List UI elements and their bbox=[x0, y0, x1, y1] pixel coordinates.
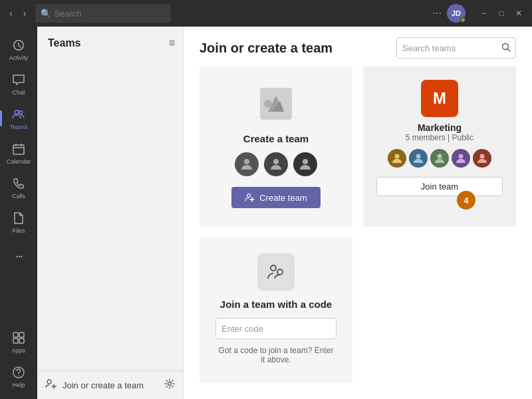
cards-area: Create a team bbox=[184, 66, 532, 399]
activity-icon bbox=[11, 37, 27, 53]
svg-point-16 bbox=[244, 159, 249, 164]
svg-point-23 bbox=[459, 154, 464, 159]
sidebar-item-calendar[interactable]: Calendar bbox=[0, 136, 37, 170]
main-content: Join or create a team bbox=[184, 27, 532, 399]
sidebar-item-chat-label: Chat bbox=[12, 89, 25, 96]
avatar[interactable]: JD bbox=[447, 4, 466, 23]
close-button[interactable]: ✕ bbox=[511, 5, 527, 21]
join-code-title: Join a team with a code bbox=[220, 299, 332, 310]
sidebar-item-help[interactable]: Help bbox=[0, 359, 37, 394]
code-input[interactable] bbox=[215, 318, 336, 339]
sidebar-item-chat[interactable]: Chat bbox=[0, 66, 37, 101]
teams-panel-title: Teams bbox=[48, 37, 81, 49]
page-title: Join or create a team bbox=[200, 41, 332, 56]
svg-rect-2 bbox=[13, 145, 24, 154]
code-hint: Got a code to join a team? Enter it abov… bbox=[215, 346, 336, 364]
svg-point-18 bbox=[303, 159, 308, 164]
filter-icon[interactable]: ≡ bbox=[169, 37, 175, 49]
svg-point-17 bbox=[273, 159, 279, 164]
member-avatar-2 bbox=[409, 149, 428, 168]
app-body: Activity Chat Teams bbox=[0, 27, 532, 399]
sidebar-item-activity[interactable]: Activity bbox=[0, 32, 37, 66]
join-create-icon bbox=[45, 378, 57, 392]
svg-point-0 bbox=[15, 110, 19, 114]
create-team-title: Create a team bbox=[243, 133, 309, 144]
marketing-card: M Marketing 5 members | Public bbox=[363, 66, 516, 227]
member-avatar-5 bbox=[473, 149, 491, 168]
svg-point-24 bbox=[480, 154, 485, 159]
marketing-avatar: M bbox=[421, 80, 458, 117]
sidebar-item-calls[interactable]: Calls bbox=[0, 170, 37, 205]
calendar-icon bbox=[11, 141, 27, 157]
svg-point-19 bbox=[247, 194, 251, 198]
member-avatar-1 bbox=[388, 149, 406, 168]
back-button[interactable]: ‹ bbox=[5, 7, 17, 20]
svg-point-9 bbox=[47, 380, 51, 384]
svg-point-26 bbox=[277, 269, 283, 275]
teams-panel-footer[interactable]: Join or create a team bbox=[37, 370, 183, 399]
teams-panel-header: Teams ≡ bbox=[37, 27, 183, 55]
sidebar-item-calls-label: Calls bbox=[12, 193, 25, 200]
sidebar-item-teams-label: Teams bbox=[10, 124, 28, 130]
chat-icon bbox=[11, 72, 27, 88]
badge-4: 4 bbox=[457, 191, 475, 209]
members-row bbox=[388, 149, 491, 168]
calls-icon bbox=[11, 176, 27, 192]
footer-label: Join or create a team bbox=[63, 380, 144, 390]
svg-rect-4 bbox=[19, 332, 24, 337]
avatar-3 bbox=[293, 152, 317, 176]
more-dots[interactable]: ··· bbox=[433, 7, 442, 19]
join-code-icon bbox=[257, 253, 295, 291]
svg-rect-3 bbox=[13, 332, 18, 337]
marketing-name: Marketing bbox=[418, 122, 462, 133]
sidebar-item-more[interactable]: ··· bbox=[0, 242, 37, 269]
sidebar-item-teams[interactable]: Teams bbox=[0, 101, 37, 136]
svg-point-8 bbox=[18, 375, 19, 376]
titlebar-search-input[interactable] bbox=[35, 4, 171, 23]
teams-panel: Teams ≡ Join or create a team bbox=[37, 27, 184, 399]
svg-rect-5 bbox=[13, 338, 18, 343]
sidebar-item-files[interactable]: Files bbox=[0, 205, 37, 239]
footer-left: Join or create a team bbox=[45, 378, 144, 392]
search-teams-input[interactable] bbox=[396, 37, 516, 59]
nav-buttons: ‹ › bbox=[5, 7, 30, 20]
apps-icon bbox=[11, 330, 27, 346]
svg-point-22 bbox=[438, 154, 442, 159]
sidebar-item-help-label: Help bbox=[13, 382, 25, 388]
create-team-illustration bbox=[255, 82, 297, 125]
sidebar-item-calendar-label: Calendar bbox=[7, 158, 31, 165]
svg-point-21 bbox=[416, 154, 421, 159]
sidebar-item-apps[interactable]: Apps bbox=[0, 325, 37, 359]
join-team-button[interactable]: Join team bbox=[376, 177, 503, 196]
avatar-2 bbox=[264, 152, 288, 176]
forward-button[interactable]: › bbox=[19, 7, 31, 20]
search-icon-titlebar: 🔍 bbox=[41, 9, 51, 19]
sidebar-bottom: Apps Help bbox=[0, 325, 37, 394]
online-indicator bbox=[460, 17, 466, 23]
marketing-meta: 5 members | Public bbox=[406, 133, 474, 142]
window-controls: − □ ✕ bbox=[476, 5, 527, 21]
sidebar-item-files-label: Files bbox=[12, 227, 25, 234]
search-teams-wrap bbox=[396, 37, 516, 59]
files-icon bbox=[11, 210, 27, 226]
svg-point-1 bbox=[19, 111, 23, 114]
create-team-button[interactable]: Create team bbox=[231, 187, 321, 208]
avatar-1 bbox=[235, 152, 259, 176]
minimize-button[interactable]: − bbox=[476, 5, 492, 21]
titlebar-right: ··· JD − □ ✕ bbox=[433, 4, 527, 23]
sidebar-item-activity-label: Activity bbox=[9, 55, 29, 61]
create-team-card: Create a team bbox=[200, 66, 352, 227]
svg-point-10 bbox=[168, 382, 172, 386]
create-team-avatars bbox=[235, 152, 317, 176]
teams-icon bbox=[11, 106, 27, 122]
member-avatar-3 bbox=[430, 149, 449, 168]
teams-panel-content bbox=[37, 55, 183, 370]
svg-point-15 bbox=[264, 100, 272, 108]
more-icon: ··· bbox=[11, 247, 27, 263]
join-code-card: Join a team with a code Got a code to jo… bbox=[200, 237, 352, 383]
main-header: Join or create a team bbox=[184, 27, 532, 66]
gear-icon[interactable] bbox=[164, 378, 175, 392]
svg-point-25 bbox=[271, 265, 276, 271]
sidebar-item-apps-label: Apps bbox=[12, 347, 26, 354]
maximize-button[interactable]: □ bbox=[493, 5, 509, 21]
